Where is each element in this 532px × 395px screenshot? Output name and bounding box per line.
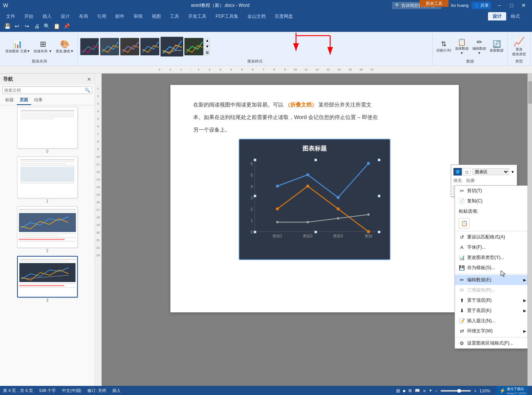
redo-btn[interactable]: ↪ <box>23 22 31 30</box>
chart-style-3[interactable] <box>120 38 139 55</box>
list-item[interactable]: 1 <box>2 157 93 203</box>
context-copy[interactable]: 📄 复制(C) <box>455 196 527 206</box>
tab-pdf[interactable]: PDF工具集 <box>211 12 243 20</box>
context-set-format[interactable]: ⚙ 设置图表区域格式(F)... <box>455 338 527 348</box>
context-reset[interactable]: ↺ 重设以匹配格式(A) <box>455 232 527 242</box>
quick-layout-btn[interactable]: ⊞ 快速布局 ▼ <box>32 39 53 55</box>
document-page: 在新的阅读视图中阅读更加容易。可以 （折叠文档） 某些部分并关注所需文 本。如果… <box>170 85 459 312</box>
page-thumb-3[interactable] <box>17 256 78 298</box>
nav-tab-heading[interactable]: 标题 <box>2 96 17 105</box>
context-insert-note[interactable]: 📝 插入题注(N)... <box>455 316 527 326</box>
nav-search-box[interactable]: 🔍 <box>2 86 92 94</box>
style-scroll-up[interactable]: ▲ <box>205 38 210 43</box>
nav-tab-result[interactable]: 结果 <box>31 96 46 105</box>
tab-reference[interactable]: 引用 <box>93 12 111 20</box>
vertical-scrollbar[interactable] <box>527 74 532 386</box>
nav-search-input[interactable] <box>4 88 85 92</box>
zoom-in[interactable]: + <box>474 389 476 393</box>
chart-style-2[interactable] <box>100 38 119 55</box>
context-cut[interactable]: ✂ 剪切(T) <box>455 186 527 196</box>
tab-start[interactable]: 开始 <box>20 12 38 20</box>
minimize-button[interactable]: − <box>494 2 505 9</box>
style-more[interactable]: ⊞ <box>205 50 210 55</box>
tab-insert[interactable]: 插入 <box>38 12 56 20</box>
view-read[interactable]: 📖 <box>415 388 420 393</box>
nav-tab-page[interactable]: 页面 <box>17 96 31 105</box>
chart-style-1[interactable] <box>80 38 99 55</box>
switch-row-col-btn[interactable]: ⇅ 切换行/列 <box>435 39 453 54</box>
add-chart-element-btn[interactable]: 📊 添加图表 元素▼ <box>4 39 31 55</box>
zoom-percent[interactable]: 110% <box>480 389 490 393</box>
clipboard-btn[interactable]: 📋 <box>52 22 61 30</box>
chart-style-5-selected[interactable] <box>161 37 183 56</box>
format-area-select[interactable]: 图表区 <box>472 168 509 175</box>
svg-rect-42 <box>378 195 380 197</box>
format-dropdown-btn[interactable]: ▼ <box>511 170 515 174</box>
watermark-btn[interactable]: ▤ <box>396 388 400 393</box>
view-normal[interactable]: ■ <box>403 389 406 393</box>
list-item[interactable]: 3 <box>2 256 93 303</box>
view-print[interactable]: ⊞ <box>408 388 412 393</box>
context-wrap-text[interactable]: ⇄ 环绕文字(W) ▶ <box>455 326 527 336</box>
context-font[interactable]: A 字体(F)... <box>455 242 527 252</box>
separator-1 <box>455 231 527 231</box>
change-chart-type-btn[interactable]: 📈 更改图表类型 <box>511 36 527 58</box>
page-thumb-0[interactable] <box>17 107 78 149</box>
svg-point-32 <box>307 221 309 223</box>
style-scroll-down[interactable]: ▼ <box>205 44 210 49</box>
select-data-btn[interactable]: 📋 选择数据▼ <box>453 37 470 56</box>
tab-tools[interactable]: 工具 <box>165 12 184 20</box>
zoom-slider[interactable] <box>441 390 471 392</box>
search-btn[interactable]: 🔍 <box>42 22 51 30</box>
page-thumb-2[interactable] <box>17 206 78 248</box>
undo-btn[interactable]: ↩ <box>13 22 21 30</box>
tab-baidu[interactable]: 百度网盘 <box>270 12 297 20</box>
page-num-1: 1 <box>46 199 49 203</box>
context-change-chart[interactable]: 📊 更改图表类型(Y)... <box>455 252 527 263</box>
nav-close-btn[interactable]: ✕ <box>87 76 91 82</box>
pin-btn[interactable]: 📌 <box>62 22 71 30</box>
close-button[interactable]: ✕ <box>518 2 529 9</box>
context-save-template[interactable]: 💾 存为模板(S)... <box>455 263 527 273</box>
fill-icon-btn[interactable]: 🪣 <box>453 168 462 176</box>
tab-chart-format[interactable]: 格式 <box>506 12 524 20</box>
svg-text:4: 4 <box>250 185 253 189</box>
svg-text:类别: 类别 <box>365 234 372 238</box>
scrollbar-thumb[interactable] <box>528 81 532 104</box>
list-item[interactable]: 0 <box>2 107 93 154</box>
tab-chart-design[interactable]: 设计 <box>488 12 506 20</box>
change-color-btn[interactable]: 🎨 更改 颜色▼ <box>54 39 75 55</box>
outline-icon-btn[interactable]: ◻ <box>463 168 471 176</box>
chart-style-4[interactable] <box>140 38 159 55</box>
context-bring-front[interactable]: ⬆ 置于顶层(R) ▶ <box>455 295 527 306</box>
tab-dev[interactable]: 开发工具 <box>184 12 211 20</box>
save-btn[interactable]: 💾 <box>3 22 11 30</box>
tab-design[interactable]: 设计 <box>56 12 74 20</box>
maximize-button[interactable]: □ <box>506 2 517 9</box>
paste-icon-btn[interactable]: 📋 <box>459 218 469 229</box>
zoom-thumb[interactable] <box>457 389 461 393</box>
outline-label: 轮廓 <box>466 178 475 183</box>
view-outline[interactable]: ≡ <box>423 389 425 393</box>
document-chart[interactable]: 图表标题 0 1 2 3 4 5 <box>239 139 390 260</box>
tab-review[interactable]: 审阅 <box>129 12 147 20</box>
search-icon[interactable]: 🔍 <box>85 88 90 93</box>
chart-style-6[interactable] <box>184 38 203 55</box>
list-item[interactable]: 2 <box>2 206 93 253</box>
tab-layout[interactable]: 布局 <box>74 12 93 20</box>
tab-mail[interactable]: 邮件 <box>111 12 129 20</box>
word-count: 538 个字 <box>39 388 55 393</box>
edit-data-btn[interactable]: ✏ 编辑数据▼ <box>471 37 488 56</box>
tab-view[interactable]: 视图 <box>147 12 165 20</box>
tab-file[interactable]: 文件 <box>2 12 20 20</box>
view-web[interactable]: ✦ <box>429 388 432 393</box>
svg-point-30 <box>367 230 370 233</box>
tab-jinshan[interactable]: 金山文档 <box>243 12 270 20</box>
page-thumb-1[interactable] <box>17 157 78 198</box>
print-preview-btn[interactable]: 🖨 <box>33 22 41 30</box>
context-send-back[interactable]: ⬇ 置于底层(K) ▶ <box>455 306 527 316</box>
share-button[interactable]: 👤 共享 <box>472 2 491 9</box>
zoom-out[interactable]: − <box>435 389 438 393</box>
context-edit-data[interactable]: ✏ 编辑数据(E) ▶ <box>455 275 527 285</box>
refresh-data-btn[interactable]: 🔄 刷新数据 <box>488 39 505 54</box>
